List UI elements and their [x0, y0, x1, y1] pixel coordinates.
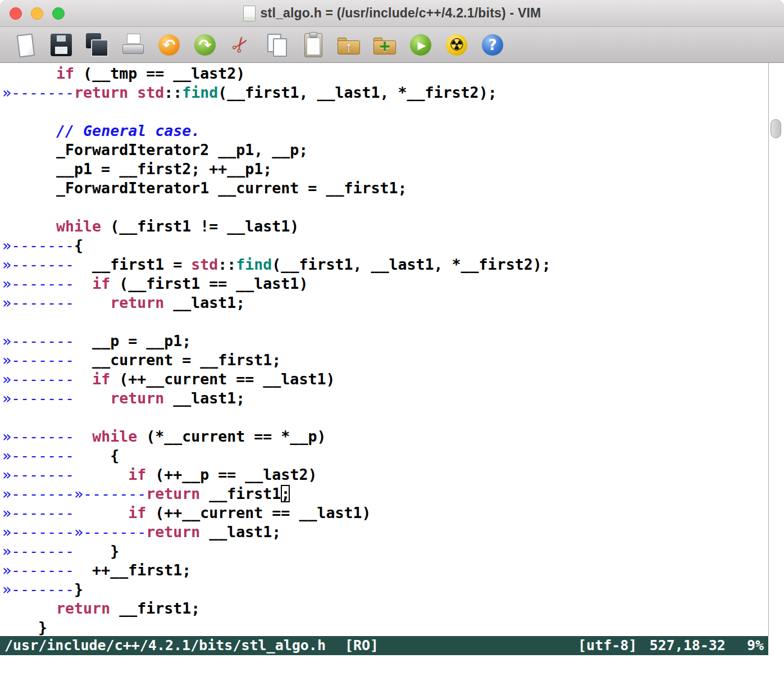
save-all-icon[interactable] [85, 32, 110, 58]
redo-icon-glyph: ↷ [194, 34, 216, 56]
help-icon[interactable]: ? [480, 32, 505, 58]
code-text: if [92, 275, 110, 292]
status-cursor-position: 527,18-32 [649, 636, 725, 655]
code-line[interactable]: __p1 = __first2; ++__p1; [2, 160, 768, 179]
code-line[interactable]: »------- __p = __p1; [2, 332, 768, 351]
code-line[interactable]: »------- while (*__current == *__p) [2, 427, 768, 446]
code-line[interactable]: »------- __current = __first1; [2, 351, 768, 370]
code-text: return [146, 485, 200, 502]
close-button[interactable] [10, 7, 22, 20]
code-text: (__first1 != __last1) [101, 217, 299, 235]
minimize-button[interactable] [31, 7, 43, 20]
code-text: (__tmp == __last2) [74, 65, 245, 82]
paste-icon[interactable] [300, 32, 325, 58]
code-text [74, 389, 110, 407]
code-line[interactable]: »------- if (++__current == __last1) [2, 370, 768, 389]
code-line[interactable]: »------- ++__first1; [2, 561, 768, 580]
undo-icon[interactable]: ↶ [157, 32, 181, 58]
code-line[interactable] [2, 312, 768, 332]
code-text: return [110, 389, 164, 407]
code-text: »------- [2, 84, 74, 101]
code-line[interactable] [2, 102, 768, 121]
save-icon[interactable] [49, 32, 74, 58]
open-file-icon[interactable] [13, 32, 38, 58]
code-line[interactable]: _ForwardIterator1 __current = __first1; [2, 179, 768, 198]
code-text: »------- [2, 351, 74, 369]
code-text: __last1; [164, 389, 245, 407]
code-line[interactable]: } [2, 618, 768, 636]
code-text: »------- [2, 275, 74, 292]
code-text: find [236, 256, 272, 273]
code-text: } [2, 619, 47, 636]
code-line[interactable]: // General case. [2, 121, 768, 140]
code-text: __first1; [110, 600, 200, 617]
code-text [128, 84, 137, 101]
code-line[interactable]: »------- return __last1; [2, 293, 768, 312]
code-text: std [137, 84, 164, 101]
code-text: »------- [2, 580, 74, 598]
code-text: _ForwardIterator2 __p1, __p; [2, 141, 308, 158]
code-line[interactable]: »------- if (__first1 == __last1) [2, 274, 768, 293]
code-line[interactable] [2, 408, 768, 427]
code-text: while [56, 217, 101, 235]
vertical-scrollbar[interactable] [768, 63, 784, 636]
code-text [74, 294, 110, 311]
code-text: :: [218, 256, 236, 273]
code-text [74, 370, 92, 388]
code-line[interactable] [2, 198, 768, 217]
save-session-icon[interactable]: + [372, 32, 397, 58]
command-line-area[interactable] [0, 655, 784, 681]
load-session-icon[interactable]: ↑ [336, 32, 361, 58]
code-text: __p = __p1; [74, 332, 191, 349]
code-line[interactable]: _ForwardIterator2 __p1, __p; [2, 140, 768, 160]
code-text: return [110, 294, 164, 311]
code-text: if [56, 65, 74, 82]
redo-icon[interactable]: ↷ [193, 32, 217, 58]
titlebar[interactable]: stl_algo.h = (/usr/include/c++/4.2.1/bit… [0, 0, 784, 27]
code-line[interactable]: »-------»-------return __first1; [2, 484, 768, 503]
code-text: __first1 [200, 485, 281, 502]
code-line[interactable]: »------- return __last1; [2, 389, 768, 408]
zoom-button[interactable] [52, 7, 65, 20]
status-encoding: [utf-8] [578, 636, 637, 655]
vim-window: stl_algo.h = (/usr/include/c++/4.2.1/bit… [0, 0, 784, 681]
code-line[interactable]: return __first1; [2, 599, 768, 618]
code-area[interactable]: if (__tmp == __last2)»-------return std:… [0, 63, 768, 636]
code-line[interactable]: while (__first1 != __last1) [2, 217, 768, 236]
help-icon-glyph: ? [482, 34, 503, 56]
code-line[interactable]: »------- if (++__current == __last1) [2, 503, 768, 523]
code-text: »------- [2, 561, 74, 579]
code-text: ++__first1; [74, 561, 191, 579]
code-line[interactable]: »-------{ [2, 236, 768, 255]
print-icon[interactable] [121, 32, 145, 58]
save-icon-glyph [57, 35, 66, 42]
code-line[interactable]: »-------} [2, 580, 768, 599]
code-text: (++__current == __last1) [110, 370, 335, 388]
scrollbar-thumb[interactable] [771, 119, 781, 138]
code-text [74, 504, 128, 521]
code-line[interactable]: »------- if (++__p == __last2) [2, 465, 768, 484]
editor: if (__tmp == __last2)»-------return std:… [0, 63, 784, 636]
code-text: __p1 = __first2; ++__p1; [2, 160, 272, 178]
status-readonly-flag: [RO] [345, 636, 379, 655]
code-text [2, 122, 56, 139]
toolbar: ↶↷✂↑+▶☢? [0, 27, 784, 63]
code-text [2, 217, 56, 235]
code-text: _ForwardIterator1 __current = __first1; [2, 179, 407, 197]
document-proxy-icon[interactable] [243, 6, 256, 21]
code-line[interactable]: »------- } [2, 542, 768, 561]
code-text: if [128, 504, 146, 521]
code-text [74, 466, 128, 483]
code-line[interactable]: »------- __first1 = std::find(__first1, … [2, 255, 768, 274]
code-line[interactable]: »-------»-------return __last1; [2, 523, 768, 542]
code-text: »------- [2, 428, 74, 445]
run-script-icon[interactable]: ▶ [408, 32, 433, 58]
code-line[interactable]: if (__tmp == __last2) [2, 64, 768, 83]
cut-icon[interactable]: ✂ [229, 32, 253, 58]
code-line[interactable]: »-------return std::find(__first1, __las… [2, 83, 768, 102]
statusbar-left: /usr/include/c++/4.2.1/bits/stl_algo.h [… [4, 636, 379, 655]
copy-icon[interactable] [265, 32, 289, 58]
code-line[interactable]: »------- { [2, 446, 768, 465]
code-text: :: [164, 84, 182, 101]
make-icon[interactable]: ☢ [444, 32, 469, 58]
